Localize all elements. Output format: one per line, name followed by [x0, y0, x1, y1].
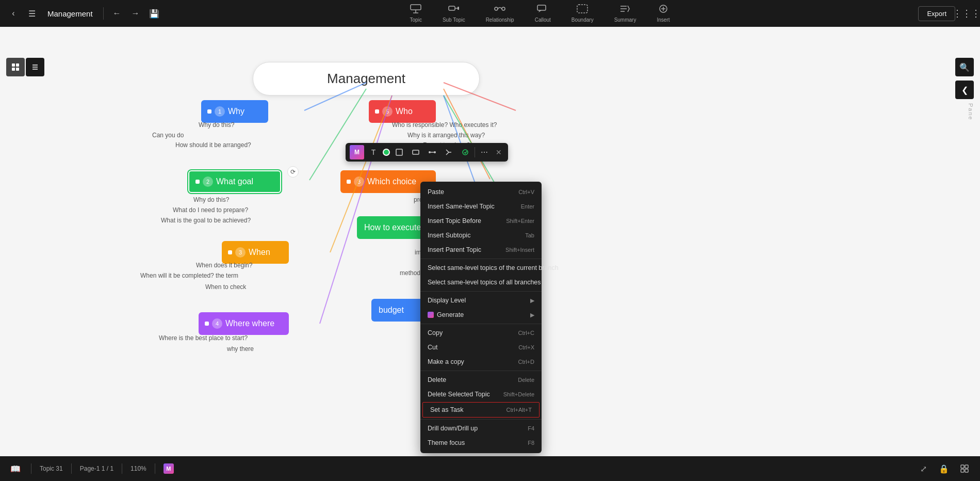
where-label: Where where — [225, 319, 274, 328]
svg-rect-40 — [961, 469, 964, 472]
tool-subtopic[interactable]: Sub Topic — [438, 2, 469, 25]
sub-where2: why there — [227, 345, 254, 352]
which-label: Which choice — [367, 177, 416, 186]
where-node[interactable]: 4 Where where — [199, 312, 289, 335]
ctx-generate[interactable]: Generate ▶ — [420, 308, 542, 322]
float-more-button[interactable]: ⋯ — [477, 145, 492, 159]
ctx-divider-2 — [420, 291, 542, 292]
float-text-button[interactable]: T — [366, 145, 381, 159]
ctx-insert-subtopic[interactable]: Insert Subtopic Tab — [420, 228, 542, 243]
sub-why1: Why do this? — [199, 121, 234, 129]
when-badge: 3 — [235, 247, 246, 258]
sub-when3: When to check — [205, 283, 246, 291]
ctx-delete-selected[interactable]: Delete Selected Topic Shift+Delete — [420, 387, 542, 402]
expand-canvas-button[interactable]: ⤢ — [916, 461, 930, 476]
what-node[interactable]: 2 What goal — [188, 170, 281, 193]
svg-rect-9 — [577, 5, 587, 13]
ctx-select-all-branches[interactable]: Select same-level topics of all branches — [420, 275, 542, 290]
ctx-insert-subtopic-label: Insert Subtopic — [428, 232, 470, 239]
float-logo-button[interactable]: M — [350, 145, 364, 159]
sub-what3: What is the goal to be achieved? — [161, 217, 251, 224]
collapse-panel-button[interactable]: ❮ — [955, 81, 974, 99]
ctx-insert-before[interactable]: Insert Topic Before Shift+Enter — [420, 214, 542, 228]
ctx-paste[interactable]: Paste Ctrl+V — [420, 185, 542, 199]
float-connect-button[interactable] — [425, 145, 439, 159]
ctx-copy[interactable]: Copy Ctrl+C — [420, 326, 542, 340]
svg-rect-0 — [411, 5, 421, 10]
who-badge: 5 — [382, 106, 393, 117]
float-style-button[interactable] — [458, 145, 472, 159]
pane-label: Pane — [968, 103, 974, 121]
sub-who1: Who is responsible? Who executes it? — [392, 121, 497, 129]
topic-count-label: Topic 31 — [40, 465, 63, 472]
export-button[interactable]: Export — [918, 6, 955, 21]
grid-button[interactable]: ⋮⋮⋮ — [959, 6, 974, 21]
svg-rect-17 — [16, 63, 19, 67]
svg-rect-18 — [12, 68, 15, 71]
status-bar-right: ⤢ 🔒 — [916, 461, 972, 476]
ctx-set-as-task-shortcut: Ctrl+Alt+T — [506, 407, 532, 413]
ctx-insert-parent[interactable]: Insert Parent Topic Shift+Insert — [420, 243, 542, 257]
float-close-button[interactable]: ✕ — [494, 147, 504, 157]
ctx-divider-1 — [420, 259, 542, 259]
ctx-insert-same[interactable]: Insert Same-level Topic Enter — [420, 199, 542, 214]
ctx-theme-focus[interactable]: Theme focus F8 — [420, 436, 542, 450]
ctx-drill-down[interactable]: Drill down/Drill up F4 — [420, 421, 542, 436]
svg-rect-5 — [458, 7, 459, 10]
tool-callout[interactable]: Callout — [531, 2, 555, 25]
back-button[interactable]: ‹ — [6, 6, 21, 21]
ctx-set-as-task[interactable]: Set as Task Ctrl+Alt+T — [422, 402, 540, 418]
ctx-set-as-task-label: Set as Task — [430, 406, 463, 413]
panel-list-button[interactable] — [26, 58, 44, 76]
why-badge: 1 — [215, 106, 225, 117]
ctx-display-level[interactable]: Display Level ▶ — [420, 293, 542, 308]
lock-button[interactable]: 🔒 — [937, 461, 951, 476]
svg-rect-3 — [449, 6, 455, 10]
status-divider-3 — [122, 463, 122, 474]
why-icon — [207, 109, 211, 114]
ctx-cut-label: Cut — [428, 344, 437, 351]
ctx-insert-before-shortcut: Shift+Enter — [506, 218, 534, 224]
redo-button[interactable]: → — [128, 6, 143, 21]
toolbar-right: Export ⋮⋮⋮ — [918, 6, 974, 21]
when-node[interactable]: 3 When — [222, 241, 289, 264]
tool-insert[interactable]: Insert — [652, 2, 674, 25]
ctx-delete[interactable]: Delete Delete — [420, 373, 542, 387]
central-topic[interactable]: Management — [253, 62, 480, 95]
tool-boundary[interactable]: Boundary — [567, 2, 598, 25]
why-node[interactable]: 1 Why — [201, 100, 268, 123]
tool-boundary-label: Boundary — [571, 17, 594, 23]
float-rect-button[interactable] — [392, 145, 406, 159]
ctx-insert-parent-shortcut: Shift+Insert — [505, 247, 534, 253]
float-square-button[interactable] — [409, 145, 423, 159]
undo-button[interactable]: ← — [110, 6, 124, 21]
status-divider-2 — [71, 463, 72, 474]
tool-summary[interactable]: Summary — [610, 2, 641, 25]
svg-rect-41 — [965, 469, 968, 472]
panel-grid-button[interactable] — [6, 58, 25, 76]
ctx-delete-shortcut: Delete — [518, 377, 534, 383]
ctx-cut[interactable]: Cut Ctrl+X — [420, 340, 542, 355]
menu-button[interactable]: ☰ — [25, 6, 39, 21]
sub-where1: Where is the best place to start? — [159, 334, 248, 342]
fit-button[interactable] — [957, 461, 972, 476]
float-branch-button[interactable] — [442, 145, 456, 159]
float-color-picker[interactable] — [383, 149, 390, 156]
ctx-insert-parent-label: Insert Parent Topic — [428, 246, 481, 253]
tool-relationship[interactable]: Relationship — [482, 2, 518, 25]
sub-what1: Why do this? — [193, 196, 229, 203]
sub-why2: Can you do — [152, 132, 184, 139]
ctx-make-copy[interactable]: Make a copy Ctrl+D — [420, 355, 542, 369]
ctx-copy-label: Copy — [428, 329, 443, 336]
tool-summary-label: Summary — [614, 17, 636, 23]
search-panel-button[interactable]: 🔍 — [955, 58, 974, 76]
save-button[interactable]: 💾 — [147, 6, 161, 21]
status-book-button[interactable]: 📖 — [8, 461, 23, 476]
who-node[interactable]: 5 Who — [369, 100, 436, 123]
tool-topic[interactable]: Topic — [406, 2, 426, 25]
zoom-label: 110% — [130, 465, 146, 472]
why-label: Why — [228, 107, 244, 116]
who-label: Who — [396, 107, 413, 116]
float-toolbar: M T ⋯ ✕ — [346, 143, 508, 162]
ctx-select-branch[interactable]: Select same-level topics of the current … — [420, 261, 542, 275]
